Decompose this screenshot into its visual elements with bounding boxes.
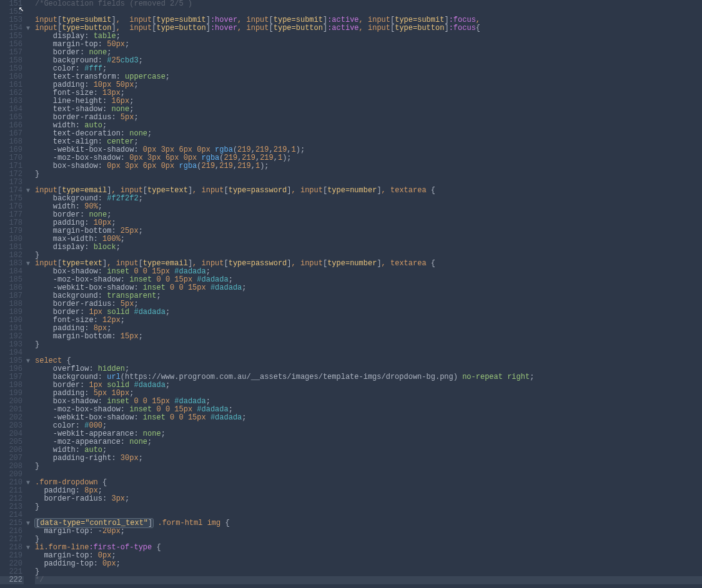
fold-toggle — [24, 292, 32, 300]
code-line[interactable]: background: #25cbd3; — [35, 57, 702, 65]
fold-toggle — [24, 527, 32, 536]
code-line[interactable] — [35, 349, 702, 357]
fold-toggle — [24, 487, 32, 495]
fold-toggle[interactable]: ▼ — [24, 260, 32, 268]
fold-toggle — [24, 219, 32, 227]
code-line[interactable]: } — [35, 341, 702, 349]
code-content[interactable]: /*Geolocation fields (removed 2/5 ) inpu… — [32, 0, 702, 588]
fold-toggle — [24, 552, 32, 560]
fold-toggle — [24, 536, 32, 544]
code-line[interactable]: } — [35, 170, 702, 179]
fold-toggle — [24, 284, 32, 292]
fold-toggle — [24, 406, 32, 414]
fold-toggle — [24, 235, 32, 243]
code-line[interactable]: margin-bottom: 15px; — [35, 333, 702, 341]
code-line[interactable]: input[type=button], input[type=button]:h… — [35, 24, 702, 32]
code-line[interactable]: display: table; — [35, 32, 702, 41]
fold-toggle — [24, 390, 32, 398]
code-line[interactable]: padding-top: 0px; — [35, 560, 702, 568]
fold-toggle — [24, 276, 32, 284]
fold-toggle — [24, 170, 32, 179]
code-line[interactable]: padding: 8px; — [35, 487, 702, 495]
code-line[interactable]: box-shadow: 0px 3px 6px 0px rgba(219,219… — [35, 162, 702, 170]
fold-toggle — [24, 195, 32, 203]
code-line[interactable]: border-radius: 3px; — [35, 495, 702, 503]
code-line[interactable]: border: none; — [35, 211, 702, 219]
fold-toggle — [24, 211, 32, 219]
fold-toggle[interactable]: ▼ — [24, 187, 32, 195]
code-line[interactable]: } — [35, 463, 702, 471]
fold-toggle — [24, 203, 32, 211]
fold-toggle — [24, 333, 32, 341]
fold-toggle — [24, 57, 32, 65]
code-line[interactable]: font-size: 13px; — [35, 89, 702, 97]
code-line[interactable]: select { — [35, 357, 702, 365]
code-line[interactable]: -webkit-box-shadow: inset 0 0 15px #dada… — [35, 414, 702, 422]
code-line[interactable]: margin-bottom: 25px; — [35, 227, 702, 235]
fold-toggle — [24, 511, 32, 519]
fold-toggle — [24, 381, 32, 390]
code-line[interactable]: width: 90%; — [35, 203, 702, 211]
fold-toggle — [24, 568, 32, 576]
fold-toggle — [24, 471, 32, 479]
fold-toggle — [24, 41, 32, 49]
fold-toggle[interactable]: ▼ — [24, 544, 32, 552]
fold-toggle — [24, 398, 32, 406]
code-line[interactable]: border-radius: 5px; — [35, 114, 702, 122]
fold-toggle — [24, 73, 32, 81]
line-number-gutter[interactable]: 1511521531541551561571581591601611621631… — [0, 0, 24, 588]
code-line[interactable]: } — [35, 503, 702, 511]
code-line[interactable]: } — [35, 568, 702, 576]
fold-toggle — [24, 438, 32, 446]
fold-toggle — [24, 422, 32, 430]
fold-toggle[interactable]: ▼ — [24, 479, 32, 487]
fold-toggle — [24, 560, 32, 568]
fold-toggle — [24, 8, 32, 16]
fold-toggle — [24, 316, 32, 325]
fold-toggle — [24, 430, 32, 438]
fold-toggle[interactable]: ▼ — [24, 357, 32, 365]
code-line[interactable]: padding-right: 30px; — [35, 454, 702, 463]
fold-toggle[interactable]: ▼ — [24, 519, 32, 527]
code-line[interactable]: font-size: 12px; — [35, 316, 702, 325]
code-line[interactable]: border: 1px solid #dadada; — [35, 308, 702, 316]
fold-toggle — [24, 503, 32, 511]
code-line[interactable]: */ — [35, 576, 702, 584]
line-number[interactable]: 222 — [0, 576, 24, 584]
fold-toggle — [24, 349, 32, 357]
code-line[interactable]: background: #f2f2f2; — [35, 195, 702, 203]
code-line[interactable]: margin-top: -20px; — [35, 527, 702, 536]
fold-toggle — [24, 325, 32, 333]
fold-toggle — [24, 49, 32, 57]
code-line[interactable]: li.form-line:first-of-type { — [35, 544, 702, 552]
code-line[interactable]: border: 1px solid #dadada; — [35, 381, 702, 390]
code-line[interactable]: margin-top: 0px; — [35, 552, 702, 560]
fold-toggle — [24, 179, 32, 187]
code-line[interactable]: -moz-appearance: none; — [35, 438, 702, 446]
fold-toggle[interactable]: ▼ — [24, 24, 32, 32]
code-line[interactable]: line-height: 16px; — [35, 97, 702, 105]
code-line[interactable]: margin-top: 50px; — [35, 41, 702, 49]
fold-toggle — [24, 97, 32, 105]
fold-toggle — [24, 446, 32, 454]
code-line[interactable]: padding: 10px 50px; — [35, 81, 702, 89]
fold-toggle — [24, 252, 32, 260]
code-line[interactable]: [data-type="control_text"] .form-html im… — [35, 519, 702, 527]
fold-toggle — [24, 495, 32, 503]
fold-toggle — [24, 16, 32, 24]
code-line[interactable]: display: block; — [35, 243, 702, 252]
code-line[interactable]: max-width: 100%; — [35, 235, 702, 243]
code-line[interactable]: /*Geolocation fields (removed 2/5 ) — [35, 0, 702, 8]
fold-toggle — [24, 576, 32, 584]
code-line[interactable]: .form-dropdown { — [35, 479, 702, 487]
code-line[interactable] — [35, 471, 702, 479]
code-editor[interactable]: 1511521531541551561571581591601611621631… — [0, 0, 702, 588]
fold-toggle — [24, 227, 32, 235]
fold-toggle — [24, 146, 32, 154]
fold-column[interactable]: ▼▼▼▼▼▼▼ — [24, 0, 32, 588]
fold-toggle — [24, 308, 32, 316]
fold-toggle — [24, 454, 32, 463]
fold-toggle — [24, 243, 32, 252]
fold-toggle — [24, 463, 32, 471]
fold-toggle — [24, 341, 32, 349]
